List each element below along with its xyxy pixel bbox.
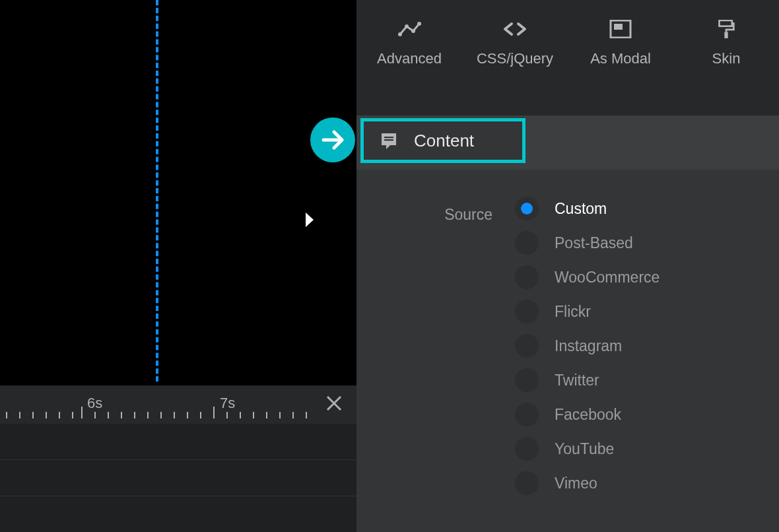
source-option-youtube[interactable]: YouTube — [515, 437, 660, 461]
tab-label: Advanced — [377, 50, 442, 67]
tab-label: As Modal — [590, 50, 651, 67]
source-row: Source CustomPost-BasedWooCommerceFlickr… — [356, 197, 779, 495]
tab-label: CSS/jQuery — [477, 50, 553, 67]
svg-rect-8 — [720, 20, 732, 26]
ruler-ticks — [0, 397, 356, 418]
track-row[interactable] — [0, 496, 356, 532]
svg-rect-7 — [614, 24, 623, 30]
source-option-facebook[interactable]: Facebook — [515, 403, 660, 426]
section-header: Content — [356, 116, 779, 170]
callout-arrow-badge — [310, 117, 355, 162]
source-option-flickr[interactable]: Flickr — [515, 300, 660, 323]
source-option-instagram[interactable]: Instagram — [515, 334, 660, 358]
source-option-custom[interactable]: Custom — [515, 197, 660, 220]
radio-indicator — [515, 197, 539, 220]
radio-label: Vimeo — [555, 475, 597, 492]
timeline-tracks[interactable] — [0, 424, 356, 532]
paint-roller-icon — [714, 20, 738, 38]
radio-label: Flickr — [555, 303, 591, 321]
radio-indicator — [515, 403, 539, 426]
radio-label: Twitter — [555, 372, 599, 389]
ruler-mark: 7s — [220, 395, 235, 412]
track-row[interactable] — [0, 460, 356, 496]
source-options: CustomPost-BasedWooCommerceFlickrInstagr… — [515, 197, 660, 495]
code-brackets-icon — [503, 20, 527, 38]
panel-tabbar: Advanced CSS/jQuery As Modal — [356, 0, 779, 116]
settings-panel: Advanced CSS/jQuery As Modal — [356, 0, 779, 532]
line-chart-icon — [397, 20, 421, 38]
tab-skin[interactable]: Skin — [673, 20, 779, 67]
svg-rect-11 — [384, 139, 393, 141]
radio-indicator — [515, 471, 539, 495]
source-label: Source — [356, 197, 515, 495]
svg-rect-9 — [724, 32, 728, 38]
source-option-postbased[interactable]: Post-Based — [515, 231, 660, 255]
tab-advanced[interactable]: Advanced — [356, 20, 462, 67]
source-option-woocommerce[interactable]: WooCommerce — [515, 265, 660, 289]
close-icon — [325, 394, 343, 413]
track-row[interactable] — [0, 424, 356, 460]
section-title: Content — [414, 131, 474, 151]
editor-canvas[interactable] — [0, 0, 356, 385]
ruler-mark: 6s — [87, 395, 102, 412]
tab-asmodal[interactable]: As Modal — [568, 20, 673, 67]
radio-indicator — [515, 368, 539, 392]
radio-label: Custom — [555, 200, 607, 218]
radio-label: Facebook — [555, 406, 621, 424]
radio-label: Instagram — [555, 337, 622, 355]
chevron-right-icon — [303, 211, 316, 228]
tab-label: Skin — [712, 50, 741, 67]
radio-label: Post-Based — [555, 234, 633, 252]
radio-indicator — [515, 300, 539, 323]
svg-rect-10 — [384, 137, 393, 138]
content-icon — [380, 131, 398, 150]
radio-label: YouTube — [555, 440, 614, 458]
expand-panel-handle[interactable] — [300, 210, 320, 230]
source-option-twitter[interactable]: Twitter — [515, 368, 660, 392]
content-section-button[interactable]: Content — [360, 118, 525, 163]
modal-window-icon — [609, 20, 632, 38]
radio-label: WooCommerce — [555, 269, 660, 286]
radio-indicator — [515, 265, 539, 289]
tab-cssjquery[interactable]: CSS/jQuery — [462, 20, 568, 67]
close-timeline-button[interactable] — [321, 390, 347, 416]
playhead-indicator — [156, 0, 158, 382]
radio-indicator — [515, 231, 539, 255]
source-option-vimeo[interactable]: Vimeo — [515, 471, 660, 495]
arrow-right-icon — [320, 127, 346, 153]
timeline-ruler[interactable]: 6s 7s — [0, 385, 356, 424]
radio-indicator — [515, 437, 539, 461]
radio-indicator — [515, 334, 539, 358]
